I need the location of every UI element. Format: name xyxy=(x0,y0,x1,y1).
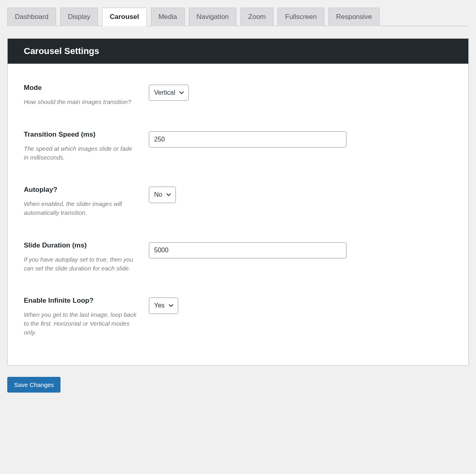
tab-dashboard[interactable]: Dashboard xyxy=(7,8,56,26)
tab-display[interactable]: Display xyxy=(60,8,98,26)
row-autoplay: Autoplay? When enabled, the slider image… xyxy=(24,186,452,217)
tab-media[interactable]: Media xyxy=(151,8,185,26)
help-transition-speed: The speed at which images slide or fade … xyxy=(24,144,149,162)
row-transition-speed: Transition Speed (ms) The speed at which… xyxy=(24,131,452,162)
row-infinite-loop: Enable Infinite Loop? When you get to th… xyxy=(24,297,452,337)
select-autoplay[interactable]: No xyxy=(149,187,176,203)
save-button[interactable]: Save Changes xyxy=(7,377,61,393)
tab-zoom[interactable]: Zoom xyxy=(240,8,273,26)
tab-responsive[interactable]: Responsive xyxy=(328,8,380,26)
row-slide-duration: Slide Duration (ms) If you have autoplay… xyxy=(24,241,452,273)
help-slide-duration: If you have autoplay set to true, then y… xyxy=(24,255,149,273)
label-transition-speed: Transition Speed (ms) xyxy=(24,131,149,139)
label-slide-duration: Slide Duration (ms) xyxy=(24,241,149,249)
tabs-nav: Dashboard Display Carousel Media Navigat… xyxy=(7,7,469,26)
panel-header: Carousel Settings xyxy=(8,39,468,64)
label-infinite-loop: Enable Infinite Loop? xyxy=(24,297,149,305)
label-autoplay: Autoplay? xyxy=(24,186,149,194)
panel-title: Carousel Settings xyxy=(24,46,452,56)
row-mode: Mode How should the main images transiti… xyxy=(24,84,452,106)
input-transition-speed[interactable] xyxy=(149,131,347,148)
tab-fullscreen[interactable]: Fullscreen xyxy=(278,8,324,26)
tab-navigation[interactable]: Navigation xyxy=(189,8,236,26)
select-mode[interactable]: Vertical xyxy=(149,85,189,101)
label-mode: Mode xyxy=(24,84,149,92)
help-autoplay: When enabled, the slider images will aut… xyxy=(24,200,149,217)
tab-carousel[interactable]: Carousel xyxy=(102,8,147,26)
help-infinite-loop: When you get to the last image, loop bac… xyxy=(24,310,149,337)
select-infinite-loop[interactable]: Yes xyxy=(149,297,178,314)
settings-panel: Carousel Settings Mode How should the ma… xyxy=(7,38,469,366)
panel-body: Mode How should the main images transiti… xyxy=(8,64,468,365)
help-mode: How should the main images transition? xyxy=(24,98,149,106)
input-slide-duration[interactable] xyxy=(149,242,347,258)
